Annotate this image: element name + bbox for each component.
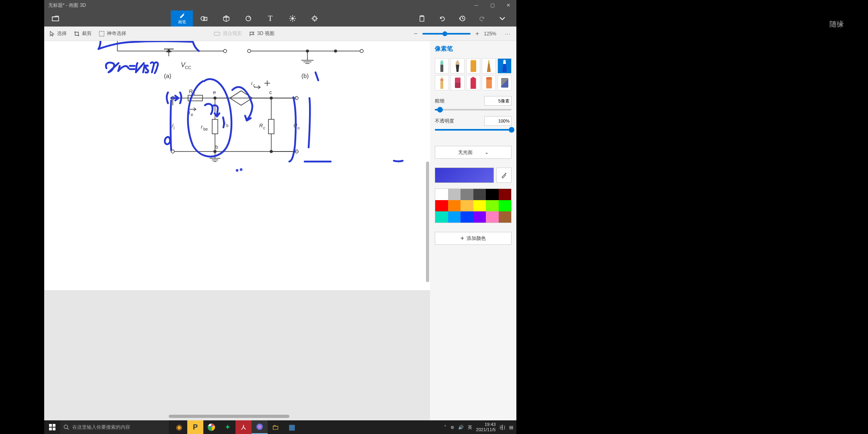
search-icon	[63, 424, 69, 430]
svg-point-91	[241, 169, 242, 170]
brush-fill[interactable]	[497, 75, 512, 90]
svg-line-99	[68, 428, 69, 430]
taskbar-app-explorer[interactable]: 🗀	[268, 420, 284, 434]
start-button[interactable]	[44, 420, 60, 434]
taskbar-app-other[interactable]: ▦	[284, 420, 300, 434]
palette-color[interactable]	[499, 189, 512, 200]
magic-select-tool[interactable]: 神奇选择	[99, 30, 126, 37]
palette-color[interactable]	[435, 211, 448, 223]
zoom-in-button[interactable]: +	[475, 30, 479, 37]
opacity-slider[interactable]	[435, 129, 512, 131]
canvas[interactable]: V CC (a) (b)	[44, 41, 430, 290]
palette-color[interactable]	[499, 200, 512, 211]
palette-color[interactable]	[499, 211, 512, 223]
thickness-slider[interactable]	[435, 109, 512, 111]
svg-text:c: c	[269, 89, 272, 95]
history-button[interactable]	[452, 10, 472, 27]
thickness-label: 粗细	[435, 98, 444, 104]
tab-brush[interactable]: 画笔	[171, 10, 193, 27]
tab-canvas[interactable]	[303, 10, 326, 27]
select-tool[interactable]: 选择	[50, 30, 67, 37]
tab-stickers[interactable]	[237, 10, 259, 27]
palette-color[interactable]	[486, 189, 499, 200]
more-button[interactable]: ···	[505, 31, 511, 37]
brush-eraser[interactable]	[450, 75, 465, 90]
brush-grid	[435, 58, 512, 90]
taskbar-app-wechat[interactable]: ✦	[219, 420, 235, 434]
watermark: 随缘	[829, 19, 844, 29]
palette-color[interactable]	[473, 211, 486, 223]
tray-volume-icon[interactable]: 🔊	[458, 425, 464, 430]
thickness-input[interactable]	[484, 96, 512, 106]
brush-calligraphy[interactable]	[450, 58, 465, 74]
palette-color[interactable]	[461, 200, 473, 211]
current-color[interactable]	[435, 168, 494, 183]
tray-wifi-icon[interactable]: ⊚	[450, 425, 454, 430]
palette-color[interactable]	[448, 189, 461, 200]
eyedropper-button[interactable]	[496, 168, 512, 183]
tab-3d-shapes[interactable]	[215, 10, 237, 27]
svg-rect-22	[214, 32, 220, 35]
menu-button[interactable]	[44, 10, 66, 27]
tray-ime[interactable]: 英	[468, 424, 472, 430]
minimize-button[interactable]: ─	[468, 0, 484, 10]
redo-button[interactable]	[472, 10, 492, 27]
cursor-icon	[50, 31, 55, 37]
add-color-button[interactable]: + 添加颜色	[435, 232, 512, 245]
vertical-scrollbar[interactable]	[426, 162, 429, 282]
svg-text:c: c	[253, 83, 255, 88]
drawing: V CC (a) (b)	[44, 41, 430, 290]
tab-text[interactable]: T	[259, 10, 281, 27]
material-dropdown[interactable]: 无光面 ⌄	[435, 146, 512, 159]
taskbar-search[interactable]: 在这里输入你要搜索的内容	[60, 420, 169, 434]
3d-view-tool[interactable]: 3D 视图	[249, 30, 274, 37]
taskbar-app-pdf[interactable]: 人	[235, 420, 252, 434]
tray-ruler-icon[interactable]: |╢|	[500, 425, 505, 430]
brush-spray[interactable]	[482, 75, 496, 90]
taskbar-app-paint3d[interactable]	[252, 420, 268, 434]
zoom-slider[interactable]	[422, 33, 471, 35]
undo-button[interactable]	[432, 10, 452, 27]
close-button[interactable]: ✕	[500, 0, 516, 10]
palette-color[interactable]	[486, 211, 499, 223]
palette-color[interactable]	[486, 200, 499, 211]
canvas-area[interactable]: V CC (a) (b)	[44, 41, 430, 420]
svg-text:CC: CC	[185, 65, 191, 70]
tray-clock[interactable]: 19:43 2021/11/5	[476, 422, 496, 432]
opacity-input[interactable]	[484, 116, 512, 126]
taskbar-app-chrome[interactable]	[203, 420, 219, 434]
taskbar-app-search[interactable]: ◉	[171, 420, 187, 434]
brush-pixel[interactable]	[497, 58, 512, 74]
tray-notifications-icon[interactable]: ▤	[509, 425, 513, 430]
paste-button[interactable]	[412, 10, 432, 27]
palette-color[interactable]	[435, 189, 448, 200]
tab-2d-shapes[interactable]	[193, 10, 215, 27]
zoom-out-button[interactable]: −	[414, 30, 418, 37]
horizontal-scrollbar[interactable]	[169, 415, 289, 418]
svg-text:b: b	[215, 144, 218, 150]
brush-marker[interactable]	[435, 58, 449, 74]
expand-button[interactable]	[492, 10, 512, 27]
tray-chevron-icon[interactable]: ˄	[444, 425, 446, 430]
palette-color[interactable]	[473, 189, 486, 200]
brush-watercolor[interactable]	[482, 58, 496, 74]
palette-color[interactable]	[435, 200, 448, 211]
svg-point-90	[237, 170, 237, 171]
palette-color[interactable]	[448, 211, 461, 223]
tab-effects[interactable]	[281, 10, 303, 27]
taskbar-app-potplayer[interactable]: P	[187, 420, 203, 434]
paste-icon	[419, 15, 425, 22]
palette-color[interactable]	[473, 200, 486, 211]
chevron-down-icon	[500, 17, 505, 20]
brush-pencil[interactable]	[435, 75, 449, 90]
crop-tool[interactable]: 裁剪	[74, 30, 92, 37]
brush-oil[interactable]	[466, 58, 480, 74]
svg-rect-74	[268, 119, 274, 134]
svg-text:be: be	[203, 127, 208, 131]
palette-color[interactable]	[461, 189, 473, 200]
palette-color[interactable]	[461, 211, 473, 223]
palette-color[interactable]	[448, 200, 461, 211]
folder-icon	[52, 16, 59, 21]
brush-crayon[interactable]	[466, 75, 480, 90]
maximize-button[interactable]: ▢	[484, 0, 500, 10]
